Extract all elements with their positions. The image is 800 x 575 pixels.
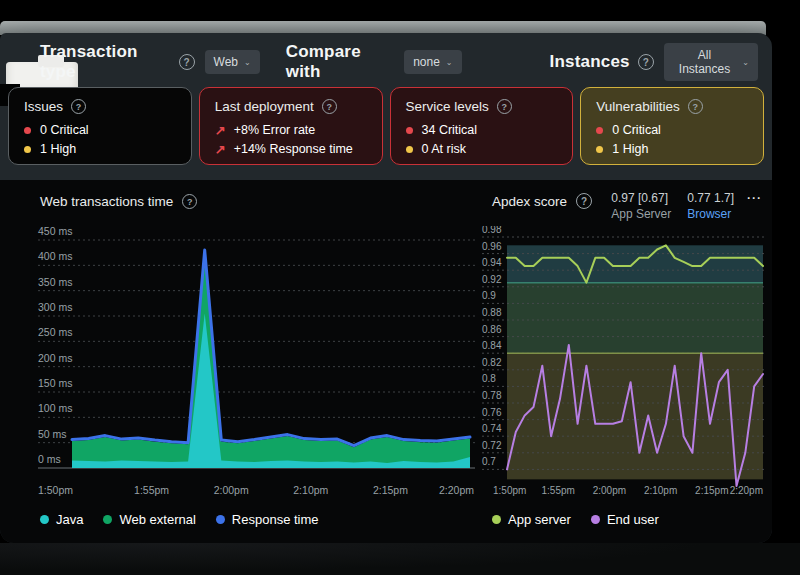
java-series-label: Java — [56, 512, 83, 527]
transaction-type-dropdown[interactable]: Web ⌄ — [205, 50, 260, 74]
background-foliage — [0, 543, 800, 575]
app-server-series-label: App server — [508, 512, 571, 527]
svg-text:350 ms: 350 ms — [38, 276, 72, 288]
svg-text:250 ms: 250 ms — [38, 326, 72, 338]
svg-text:2:15pm: 2:15pm — [695, 485, 728, 496]
svg-text:0 ms: 0 ms — [38, 453, 61, 465]
transaction-type-label: Transaction type — [40, 42, 171, 82]
vulnerabilities-card-title: Vulnerabilities — [596, 99, 680, 114]
svg-text:100 ms: 100 ms — [38, 402, 72, 414]
svg-text:2:15pm: 2:15pm — [373, 484, 408, 496]
svg-text:2:10pm: 2:10pm — [293, 484, 328, 496]
desktop-background: Transaction type ? Web ⌄ Compare with no… — [0, 0, 800, 575]
toolbar: Transaction type ? Web ⌄ Compare with no… — [0, 33, 772, 87]
issues-critical-item: 0 Critical — [24, 123, 176, 137]
help-icon[interactable]: ? — [322, 99, 337, 114]
service-critical-item: 34 Critical — [406, 123, 558, 137]
service-levels-card[interactable]: Service levels ? 34 Critical 0 At risk — [390, 87, 574, 165]
svg-text:50 ms: 50 ms — [38, 428, 67, 440]
svg-text:0.72: 0.72 — [482, 440, 502, 451]
help-icon[interactable]: ? — [638, 54, 654, 70]
svg-text:0.78: 0.78 — [482, 390, 502, 401]
issues-card[interactable]: Issues ? 0 Critical 1 High — [8, 87, 192, 165]
web-transactions-chart[interactable]: 0 ms50 ms100 ms150 ms200 ms250 ms300 ms3… — [36, 222, 477, 502]
chevron-down-icon: ⌄ — [244, 58, 251, 67]
svg-text:0.9: 0.9 — [482, 290, 496, 301]
instances-value: All Instances — [673, 48, 737, 76]
apdex-legend: App server End user — [492, 512, 659, 527]
critical-dot-icon — [24, 127, 31, 134]
svg-text:1:50pm: 1:50pm — [38, 484, 73, 496]
issues-high-item: 1 High — [24, 142, 176, 156]
help-icon[interactable]: ? — [182, 194, 197, 209]
help-icon[interactable]: ? — [71, 99, 86, 114]
java-series-dot-icon — [40, 515, 49, 524]
legend-item-response-time[interactable]: Response time — [216, 512, 319, 527]
help-icon[interactable]: ? — [179, 54, 195, 70]
end-user-series-dot-icon — [591, 515, 600, 524]
trend-up-icon: ↗ — [215, 143, 226, 156]
vuln-critical-item: 0 Critical — [596, 123, 748, 137]
issues-card-title: Issues — [24, 99, 63, 114]
apdex-browser-link[interactable]: Browser — [687, 206, 734, 222]
web-transactions-legend: Java Web external Response time — [40, 512, 319, 527]
high-dot-icon — [24, 146, 31, 153]
apdex-title: Apdex score — [492, 194, 567, 209]
response-time-item: ↗ +14% Response time — [215, 142, 367, 156]
instances-dropdown[interactable]: All Instances ⌄ — [664, 43, 758, 81]
svg-text:450 ms: 450 ms — [38, 225, 72, 237]
response-time-text: +14% Response time — [234, 142, 353, 156]
more-options-icon[interactable]: ⋯ — [746, 190, 762, 205]
vuln-high-text: 1 High — [612, 142, 648, 156]
svg-text:2:20pm: 2:20pm — [730, 485, 763, 496]
web-transactions-title: Web transactions time — [40, 194, 173, 209]
last-deployment-card-title: Last deployment — [215, 99, 314, 114]
compare-with-dropdown[interactable]: none ⌄ — [404, 50, 461, 74]
web-external-series-label: Web external — [119, 512, 195, 527]
legend-item-java[interactable]: Java — [40, 512, 83, 527]
svg-text:150 ms: 150 ms — [38, 377, 72, 389]
web-transactions-header: Web transactions time ? — [40, 194, 197, 209]
vulnerabilities-card[interactable]: Vulnerabilities ? 0 Critical 1 High — [580, 87, 764, 165]
svg-text:300 ms: 300 ms — [38, 301, 72, 313]
issues-critical-text: 0 Critical — [40, 123, 89, 137]
svg-text:0.74: 0.74 — [482, 423, 502, 434]
issues-high-text: 1 High — [40, 142, 76, 156]
instances-label: Instances — [550, 52, 630, 72]
apdex-app-server-metric: 0.97 [0.67] App Server — [611, 190, 671, 222]
error-rate-item: ↗ +8% Error rate — [215, 123, 367, 137]
svg-text:0.82: 0.82 — [482, 357, 502, 368]
svg-text:0.98: 0.98 — [482, 226, 502, 235]
apm-summary-window: Transaction type ? Web ⌄ Compare with no… — [0, 33, 772, 543]
transaction-type-value: Web — [214, 55, 238, 69]
critical-dot-icon — [596, 127, 603, 134]
help-icon[interactable]: ? — [497, 99, 512, 114]
svg-text:0.8: 0.8 — [482, 373, 496, 384]
service-critical-text: 34 Critical — [422, 123, 478, 137]
legend-item-app-server[interactable]: App server — [492, 512, 571, 527]
high-dot-icon — [596, 146, 603, 153]
compare-with-label: Compare with — [286, 42, 394, 82]
vuln-critical-text: 0 Critical — [612, 123, 661, 137]
apdex-chart[interactable]: 0.980.960.940.920.90.880.860.840.820.80.… — [480, 226, 766, 498]
last-deployment-card[interactable]: Last deployment ? ↗ +8% Error rate ↗ +14… — [199, 87, 383, 165]
help-icon[interactable]: ? — [688, 99, 703, 114]
charts-panel: Web transactions time ? Apdex score ? 0.… — [0, 180, 772, 543]
apdex-browser-metric: 0.77 1.7] Browser — [687, 190, 734, 222]
service-at-risk-item: 0 At risk — [406, 142, 558, 156]
legend-item-end-user[interactable]: End user — [591, 512, 659, 527]
compare-with-value: none — [413, 55, 440, 69]
svg-text:0.84: 0.84 — [482, 340, 502, 351]
svg-text:0.7: 0.7 — [482, 456, 496, 467]
svg-text:2:20pm: 2:20pm — [439, 484, 474, 496]
status-cards-row: Issues ? 0 Critical 1 High Last dep — [0, 87, 772, 165]
legend-item-web-external[interactable]: Web external — [103, 512, 195, 527]
response-time-series-label: Response time — [232, 512, 319, 527]
svg-text:0.86: 0.86 — [482, 324, 502, 335]
apdex-browser-value: 0.77 1.7] — [687, 190, 734, 206]
svg-text:2:00pm: 2:00pm — [214, 484, 249, 496]
critical-dot-icon — [406, 127, 413, 134]
svg-text:2:00pm: 2:00pm — [593, 485, 626, 496]
apdex-app-server-label: App Server — [611, 206, 671, 222]
help-icon[interactable]: ? — [576, 193, 592, 209]
